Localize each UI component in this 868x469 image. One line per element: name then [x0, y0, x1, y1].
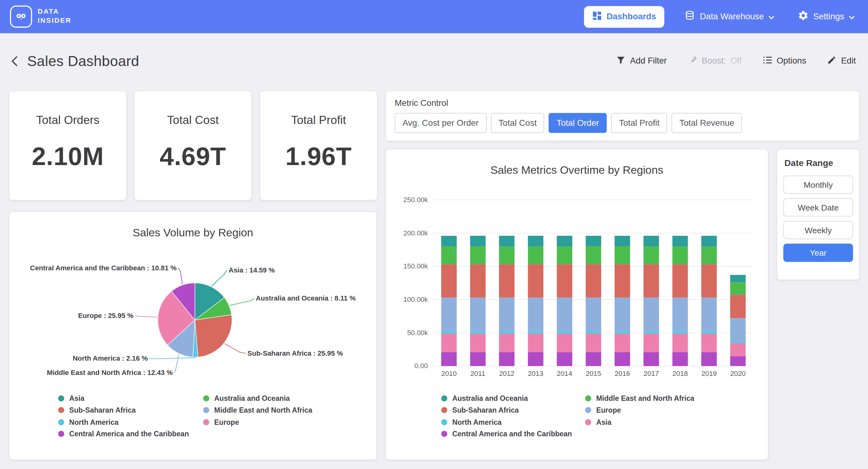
boost-toggle[interactable]: Boost: Off: [685, 55, 745, 67]
bar-segment[interactable]: [557, 264, 572, 298]
bar-segment[interactable]: [701, 298, 717, 331]
date-option-weekly[interactable]: Weekly: [783, 221, 853, 239]
bar-segment[interactable]: [701, 333, 717, 352]
bar-segment[interactable]: [615, 246, 630, 264]
metric-option-avg-cost-per-order[interactable]: Avg. Cost per Order: [395, 113, 486, 133]
bar-segment[interactable]: [701, 331, 717, 333]
bar-segment[interactable]: [499, 331, 515, 333]
bar-segment[interactable]: [441, 236, 457, 246]
bar-segment[interactable]: [557, 333, 572, 352]
edit-button[interactable]: Edit: [824, 55, 859, 67]
bar-segment[interactable]: [528, 236, 544, 246]
legend-item[interactable]: Europe: [203, 418, 313, 426]
bar-segment[interactable]: [441, 246, 457, 264]
legend-item[interactable]: Sub-Saharan Africa: [441, 406, 585, 414]
bar-segment[interactable]: [673, 246, 688, 264]
pie-chart[interactable]: Asia : 14.59 %Australia and Oceania : 8.…: [9, 245, 376, 392]
bar-segment[interactable]: [701, 352, 717, 366]
bar-segment[interactable]: [470, 264, 486, 298]
bar-segment[interactable]: [586, 246, 601, 264]
bar-segment[interactable]: [730, 356, 746, 366]
legend-item[interactable]: Australia and Oceania: [203, 393, 313, 402]
legend-item[interactable]: Central America and the Caribbean: [58, 430, 203, 438]
bar-segment[interactable]: [470, 333, 486, 352]
bar-segment[interactable]: [644, 236, 659, 246]
bar-segment[interactable]: [730, 343, 746, 356]
bar-chart[interactable]: 0.0050.00k100.00k150.00k200.00k250.00k20…: [386, 183, 768, 385]
nav-menu-settings[interactable]: Settings: [795, 9, 858, 24]
bar-segment[interactable]: [528, 246, 544, 264]
bar-segment[interactable]: [586, 333, 601, 352]
bar-segment[interactable]: [701, 236, 717, 246]
legend-item[interactable]: Australia and Oceania: [441, 393, 585, 402]
nav-tab-dashboards[interactable]: Dashboards: [584, 6, 664, 27]
bar-segment[interactable]: [470, 246, 486, 264]
bar-segment[interactable]: [499, 236, 515, 246]
date-option-year[interactable]: Year: [783, 243, 853, 262]
date-option-monthly[interactable]: Monthly: [783, 176, 853, 194]
bar-segment[interactable]: [557, 246, 572, 264]
metric-option-total-cost[interactable]: Total Cost: [491, 113, 544, 133]
bar-segment[interactable]: [499, 333, 515, 352]
bar-segment[interactable]: [528, 298, 544, 331]
bar-segment[interactable]: [673, 352, 688, 366]
bar-segment[interactable]: [586, 236, 601, 246]
bar-segment[interactable]: [441, 331, 457, 333]
metric-option-total-order[interactable]: Total Order: [549, 113, 607, 133]
bar-segment[interactable]: [557, 236, 572, 246]
bar-segment[interactable]: [673, 264, 688, 298]
bar-segment[interactable]: [644, 246, 659, 264]
bar-segment[interactable]: [528, 352, 544, 366]
bar-segment[interactable]: [730, 341, 746, 343]
bar-segment[interactable]: [615, 352, 630, 366]
bar-segment[interactable]: [615, 264, 630, 298]
bar-segment[interactable]: [644, 298, 659, 331]
bar-segment[interactable]: [644, 331, 659, 333]
bar-segment[interactable]: [528, 331, 544, 333]
bar-segment[interactable]: [470, 298, 486, 331]
back-button[interactable]: [9, 53, 20, 69]
date-option-week-date[interactable]: Week Date: [783, 198, 853, 217]
bar-segment[interactable]: [470, 331, 486, 333]
bar-segment[interactable]: [644, 352, 659, 366]
bar-segment[interactable]: [673, 333, 688, 352]
bar-segment[interactable]: [499, 298, 515, 331]
legend-item[interactable]: Middle East and North Africa: [203, 406, 313, 414]
pie-slice[interactable]: [195, 315, 232, 357]
legend-item[interactable]: Sub-Saharan Africa: [58, 406, 203, 414]
bar-segment[interactable]: [730, 295, 746, 318]
bar-segment[interactable]: [557, 331, 572, 333]
bar-segment[interactable]: [673, 298, 688, 331]
bar-segment[interactable]: [586, 352, 601, 366]
bar-segment[interactable]: [441, 352, 457, 366]
bar-segment[interactable]: [499, 246, 515, 264]
bar-segment[interactable]: [586, 264, 601, 298]
bar-segment[interactable]: [730, 282, 746, 295]
legend-item[interactable]: Europe: [585, 406, 694, 414]
metric-option-total-profit[interactable]: Total Profit: [611, 113, 667, 133]
bar-segment[interactable]: [441, 264, 457, 298]
legend-item[interactable]: Central America and the Caribbean: [441, 430, 585, 438]
bar-segment[interactable]: [730, 275, 746, 283]
metric-option-total-revenue[interactable]: Total Revenue: [672, 113, 742, 133]
bar-segment[interactable]: [615, 298, 630, 331]
bar-segment[interactable]: [615, 331, 630, 333]
options-button[interactable]: Options: [760, 55, 809, 67]
bar-segment[interactable]: [644, 333, 659, 352]
bar-segment[interactable]: [701, 264, 717, 298]
bar-segment[interactable]: [441, 298, 457, 331]
bar-segment[interactable]: [528, 264, 544, 298]
nav-menu-data-warehouse[interactable]: Data Warehouse: [681, 9, 778, 24]
legend-item[interactable]: Asia: [585, 418, 694, 426]
bar-segment[interactable]: [499, 264, 515, 298]
bar-segment[interactable]: [673, 331, 688, 333]
bar-segment[interactable]: [644, 264, 659, 298]
bar-segment[interactable]: [615, 333, 630, 352]
bar-segment[interactable]: [586, 331, 601, 333]
bar-segment[interactable]: [557, 352, 572, 366]
bar-segment[interactable]: [586, 298, 601, 331]
bar-segment[interactable]: [470, 352, 486, 366]
legend-item[interactable]: Middle East and North Africa: [585, 393, 694, 402]
add-filter-button[interactable]: Add Filter: [613, 55, 670, 67]
legend-item[interactable]: North America: [58, 418, 203, 426]
